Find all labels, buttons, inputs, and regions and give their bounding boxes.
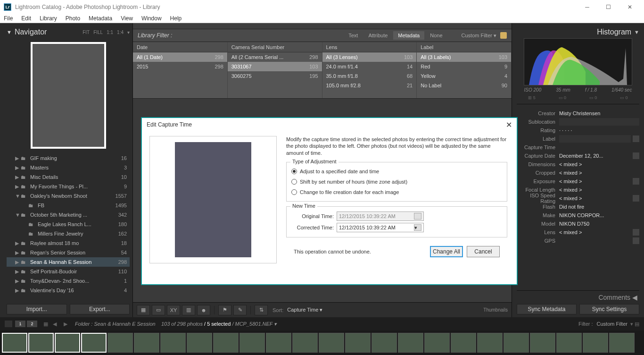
filmstrip-thumbnail[interactable] — [530, 333, 555, 353]
folder-row[interactable]: ▶🖿My Favorite Things - Pl...9 — [7, 182, 130, 191]
filmstrip-thumbnail[interactable] — [2, 333, 27, 353]
metadata-row[interactable]: No Label90 — [417, 81, 511, 90]
menu-view[interactable]: View — [121, 15, 133, 22]
maximize-button[interactable]: ☐ — [598, 0, 619, 14]
folder-row[interactable]: ▶🖿Regan's Senior Session54 — [7, 248, 130, 257]
metadata-row[interactable]: 35.0 mm f/1.868 — [322, 71, 417, 81]
filmstrip-thumbnail[interactable] — [372, 333, 397, 353]
metadata-row[interactable]: All (2 Camera Serial ...298 — [228, 52, 322, 62]
folder-row[interactable]: ▶🖿Valentine's Day '164 — [7, 286, 130, 295]
metadata-column-header[interactable]: Camera Serial Number — [228, 42, 322, 52]
folder-row[interactable]: 🖿FB1495 — [7, 201, 130, 210]
histogram-display[interactable] — [524, 38, 632, 85]
filmstrip-thumbnail[interactable] — [424, 333, 450, 353]
filmstrip-thumbnail[interactable] — [266, 333, 291, 353]
radio-shift-hours[interactable]: Shift by set number of hours (time zone … — [291, 177, 502, 187]
folder-row[interactable]: ▶🖿Raylee almost 18 mo18 — [7, 238, 130, 248]
filmstrip-thumbnail[interactable] — [160, 333, 186, 353]
field-action-icon[interactable] — [633, 195, 639, 202]
nav-mode-11[interactable]: 1:1 — [107, 30, 113, 35]
grid-view-button[interactable]: ▦ — [137, 305, 150, 315]
folder-row[interactable]: ▶🖿Misc Details10 — [7, 172, 130, 182]
thumbnail-size-slider[interactable]: Thumbnails — [483, 307, 508, 313]
lock-icon[interactable] — [500, 32, 507, 39]
metadata-column-header[interactable]: Label — [417, 42, 511, 52]
field-action-icon[interactable] — [633, 229, 639, 236]
metadata-row[interactable]: 3031067103 — [228, 62, 322, 71]
field-action-icon[interactable] — [633, 152, 639, 159]
menu-metadata[interactable]: Metadata — [89, 15, 112, 22]
folder-row[interactable]: ▶🖿GIF making16 — [7, 153, 130, 163]
sync-settings-button[interactable]: Sync Settings — [579, 304, 639, 314]
menu-window[interactable]: Window — [141, 15, 162, 22]
corrected-time-input[interactable]: 12/12/2015 10:39:22 AM ▾ — [337, 223, 424, 232]
nav-mode-menu-icon[interactable]: ▾ — [127, 30, 130, 35]
flag-button[interactable]: ⚑ — [218, 305, 231, 315]
cancel-button[interactable]: Cancel — [467, 246, 500, 257]
filmstrip-thumbnail[interactable] — [345, 333, 371, 353]
minimize-button[interactable]: ─ — [577, 0, 598, 14]
menu-file[interactable]: File — [4, 15, 13, 22]
filmstrip-thumbnail[interactable] — [81, 333, 107, 353]
metadata-row[interactable]: All (3 Lenses)103 — [322, 52, 417, 62]
filter-tab-text[interactable]: Text — [344, 31, 363, 40]
field-action-icon[interactable] — [633, 178, 639, 185]
grid-icon[interactable]: ▦ — [43, 321, 48, 327]
metadata-row[interactable]: Yellow4 — [417, 71, 511, 81]
metadata-row[interactable]: All (1 Date)298 — [133, 52, 227, 62]
metadata-row[interactable]: 2015298 — [133, 62, 227, 71]
painter-button[interactable]: ✎ — [233, 305, 247, 315]
filmstrip-thumbnail[interactable] — [134, 333, 159, 353]
metadata-field[interactable]: Label — [517, 135, 639, 143]
comments-panel-header[interactable]: Comments ◀ — [517, 290, 639, 304]
custom-filter-dropdown[interactable]: Custom Filter ▾ — [462, 33, 496, 39]
metadata-column-header[interactable]: Date — [133, 42, 227, 52]
nav-arrows[interactable]: ◀ ▶ — [53, 321, 70, 327]
filmstrip-thumbnail[interactable] — [319, 333, 344, 353]
nav-mode-14[interactable]: 1:4 — [117, 30, 124, 35]
import-button[interactable]: Import... — [7, 304, 67, 314]
filmstrip-thumbnail[interactable] — [239, 333, 265, 353]
folder-row[interactable]: 🖿Eagle Lakes Ranch L...180 — [7, 220, 130, 229]
folder-row[interactable]: 🖿Millers Fine Jewelry162 — [7, 229, 130, 238]
close-icon[interactable]: ✕ — [506, 120, 512, 129]
filmstrip-thumbnail[interactable] — [583, 333, 608, 353]
filmstrip-thumbnail[interactable] — [292, 333, 318, 353]
filmstrip-thumbnail[interactable] — [451, 333, 476, 353]
menu-edit[interactable]: Edit — [21, 15, 31, 22]
radio-specified-date[interactable]: Adjust to a specified date and time — [291, 166, 502, 177]
folder-row[interactable]: ▶🖿Masters3 — [7, 163, 130, 172]
people-view-button[interactable]: ☻ — [197, 305, 210, 315]
export-button[interactable]: Export... — [70, 304, 130, 314]
filmstrip-thumbnail[interactable] — [398, 333, 423, 353]
radio-file-creation[interactable]: Change to file creation date for each im… — [291, 187, 502, 197]
metadata-row[interactable]: 3060275195 — [228, 71, 322, 81]
breadcrumb[interactable]: Folder : Sean & Hannah E Session 103 of … — [75, 321, 277, 327]
menu-photo[interactable]: Photo — [66, 15, 80, 22]
survey-view-button[interactable]: ▥ — [182, 305, 195, 315]
loupe-view-button[interactable]: ▭ — [152, 305, 165, 315]
close-window-button[interactable]: ✕ — [619, 0, 640, 14]
histogram-toggle-icon[interactable]: ▼ — [634, 29, 639, 35]
nav-mode-fit[interactable]: FIT — [83, 30, 90, 35]
menu-library[interactable]: Library — [40, 15, 57, 22]
folder-row[interactable]: ▶🖿Self Portrait-Boudoir110 — [7, 267, 130, 276]
metadata-row[interactable]: 24.0 mm f/1.414 — [322, 62, 417, 71]
filmstrip-thumbnail[interactable] — [187, 333, 212, 353]
filter-dropdown[interactable]: Custom Filter — [597, 321, 627, 327]
metadata-field[interactable]: Sublocation — [517, 118, 639, 126]
filter-tab-none[interactable]: None — [425, 31, 447, 40]
filmstrip-thumbnail[interactable] — [504, 333, 529, 353]
layout-2-button[interactable]: 2 — [27, 321, 37, 327]
layout-1-button[interactable]: 1 — [15, 321, 25, 327]
filmstrip[interactable] — [0, 330, 644, 355]
folder-row[interactable]: ▶🖿Sean & Hannah E Session298 — [7, 257, 130, 267]
folder-row[interactable]: ▼🖿Oakley's Newborn Shoot1557 — [7, 191, 130, 201]
navigator-toggle-icon[interactable]: ▼ — [7, 29, 12, 35]
folder-row[interactable]: ▼🖿October 5th Marketing ...342 — [7, 210, 130, 220]
filmstrip-thumbnail[interactable] — [28, 333, 54, 353]
navigator-preview[interactable] — [31, 42, 106, 149]
metadata-row[interactable]: All (3 Labels)103 — [417, 52, 511, 62]
filter-tab-attribute[interactable]: Attribute — [363, 31, 392, 40]
calendar-dropdown-icon[interactable]: ▾ — [414, 224, 421, 231]
